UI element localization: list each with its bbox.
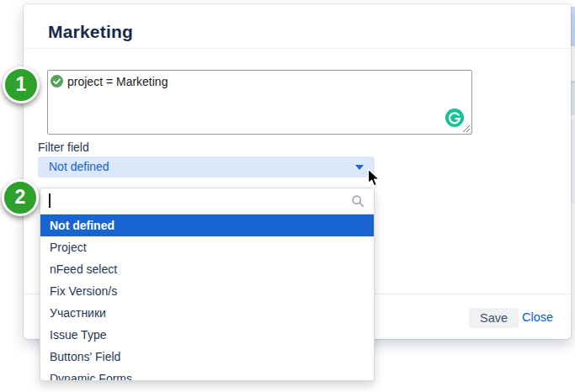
dropdown-options-list: Not defined Project nFeed select Fix Ver…: [40, 215, 374, 381]
resize-handle-icon[interactable]: [462, 124, 471, 133]
dropdown-option[interactable]: Buttons' Field: [40, 346, 374, 368]
filter-dropdown-panel: Not defined Project nFeed select Fix Ver…: [40, 188, 375, 381]
grammarly-icon[interactable]: [445, 109, 464, 127]
close-button[interactable]: Close: [522, 310, 553, 324]
filter-field-select[interactable]: Not defined: [38, 156, 375, 177]
modal-title: Marketing: [48, 22, 133, 42]
mouse-cursor: [367, 168, 381, 188]
dropdown-option[interactable]: Not defined: [40, 215, 374, 236]
search-icon: [351, 194, 365, 208]
save-button[interactable]: Save: [469, 308, 519, 328]
dropdown-search: [40, 188, 374, 215]
dropdown-search-input[interactable]: [40, 188, 374, 213]
chevron-down-icon: [355, 165, 364, 170]
text-caret: [49, 193, 51, 208]
jql-text: project = Marketing: [67, 75, 168, 88]
dropdown-option[interactable]: Dynamic Forms: [40, 368, 374, 381]
filter-select-value: Not defined: [49, 160, 109, 173]
screen: Marketing project = Marketing Filter fie…: [0, 0, 575, 392]
check-circle-icon: [51, 75, 63, 87]
dropdown-option[interactable]: Issue Type: [40, 324, 374, 346]
annotation-badge-1: 1: [3, 66, 40, 103]
dropdown-option[interactable]: nFeed select: [40, 258, 374, 280]
annotation-badge-2: 2: [2, 179, 39, 216]
dropdown-option[interactable]: Project: [40, 236, 374, 258]
dropdown-option[interactable]: Участники: [40, 302, 374, 324]
jql-textarea[interactable]: project = Marketing: [47, 70, 472, 135]
dropdown-option[interactable]: Fix Version/s: [40, 280, 374, 302]
header-divider: [24, 48, 571, 49]
filter-field-label: Filter field: [38, 140, 89, 154]
